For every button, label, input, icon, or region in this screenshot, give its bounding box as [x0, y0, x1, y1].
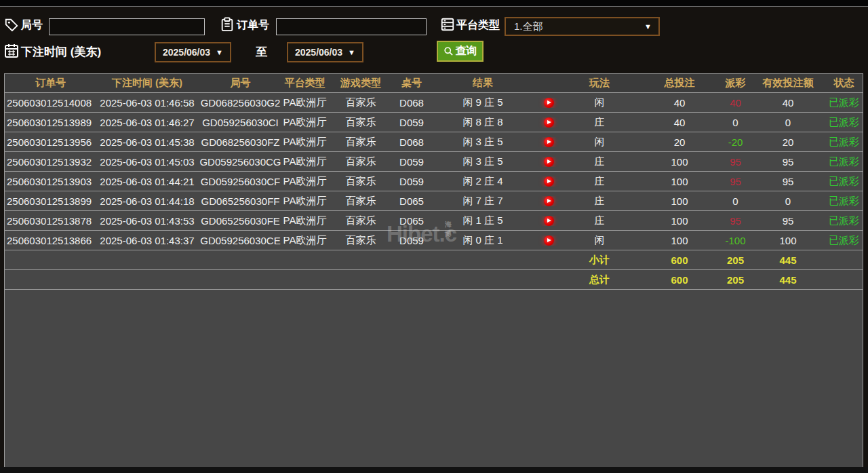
- cell-total-bet: 20: [639, 136, 720, 148]
- cell-order-id: 250603012513866: [5, 235, 96, 246]
- header-game-id: 局号: [198, 77, 283, 90]
- order-no-input[interactable]: [276, 18, 427, 35]
- cell-order-id: 250603012514008: [5, 97, 96, 109]
- bet-time-label: 下注时间 (美东): [21, 44, 101, 60]
- cell-status: 已派彩: [825, 195, 863, 208]
- table-row: 250603012513989 2025-06-03 01:46:27 GD05…: [5, 112, 863, 132]
- search-button-label: 查询: [456, 44, 477, 58]
- cell-order-id: 250603012513899: [5, 195, 96, 207]
- cell-platform: PA欧洲厅: [283, 175, 327, 188]
- clipboard-icon: [220, 17, 235, 32]
- header-status: 状态: [825, 77, 863, 90]
- cell-result: 闲 0 庄 1: [429, 234, 537, 247]
- cell-platform: PA欧洲厅: [283, 195, 327, 208]
- cell-bet-time: 2025-06-03 01:45:03: [96, 156, 198, 168]
- cell-play: 庄: [560, 214, 639, 227]
- cell-game-type: 百家乐: [327, 155, 395, 168]
- cell-game-type: 百家乐: [327, 136, 395, 149]
- play-video-button[interactable]: [544, 117, 554, 128]
- header-play: 玩法: [560, 77, 639, 90]
- grand-total-total-bet: 600: [639, 274, 720, 286]
- play-video-button[interactable]: [544, 157, 554, 167]
- bet-history-table: 订单号 下注时间 (美东) 局号 平台类型 游戏类型 桌号 结果 玩法 总投注 …: [4, 73, 863, 467]
- cell-table-no: D068: [395, 97, 429, 109]
- cell-total-bet: 100: [639, 176, 720, 187]
- cell-table-no: D059: [395, 117, 429, 128]
- cell-total-bet: 100: [639, 235, 720, 246]
- cell-bet-time: 2025-06-03 01:44:18: [96, 195, 198, 207]
- calendar-icon: [3, 43, 20, 59]
- cell-platform: PA欧洲厅: [283, 116, 327, 129]
- cell-total-bet: 40: [639, 117, 720, 128]
- platform-type-select[interactable]: 1.全部 ▼: [505, 17, 660, 36]
- cell-table-no: D065: [395, 195, 429, 207]
- cell-order-id: 250603012513989: [5, 117, 96, 128]
- cell-valid-bet: 100: [751, 235, 825, 246]
- cell-valid-bet: 0: [751, 195, 825, 207]
- header-platform: 平台类型: [283, 77, 327, 90]
- play-video-button[interactable]: [544, 98, 554, 108]
- cell-order-id: 250603012513932: [5, 156, 96, 168]
- subtotal-payout: 205: [720, 254, 751, 266]
- date-to-value: 2025/06/03: [288, 47, 348, 58]
- cell-game-type: 百家乐: [327, 234, 395, 247]
- cell-play: 庄: [560, 116, 639, 129]
- cell-game-type: 百家乐: [327, 214, 395, 227]
- table-row: 250603012513899 2025-06-03 01:44:18 GD06…: [5, 191, 863, 210]
- play-video-button[interactable]: [544, 137, 554, 147]
- bottom-edge: [0, 467, 868, 473]
- cell-bet-time: 2025-06-03 01:44:21: [96, 176, 198, 187]
- table-row: 250603012513956 2025-06-03 01:45:38 GD06…: [5, 132, 863, 151]
- cell-result: 闲 7 庄 7: [429, 195, 537, 208]
- cell-valid-bet: 40: [751, 97, 825, 109]
- cell-bet-time: 2025-06-03 01:46:58: [96, 97, 198, 109]
- cell-result: 闲 2 庄 4: [429, 175, 537, 188]
- cell-status: 已派彩: [825, 136, 863, 149]
- cell-play: 庄: [560, 155, 639, 168]
- filter-panel: 局号 订单号 平台类型 1.全部 ▼ 下注时间 (美东) 2025/06/03 …: [0, 7, 868, 73]
- cell-status: 已派彩: [825, 116, 863, 129]
- cell-payout: -20: [720, 136, 751, 148]
- subtotal-row: 小计 600 205 445: [5, 250, 863, 269]
- search-button[interactable]: 查询: [437, 41, 484, 62]
- cell-play: 庄: [560, 175, 639, 188]
- cell-game-id: GD059256030CG: [198, 156, 283, 168]
- cell-game-type: 百家乐: [327, 175, 395, 188]
- cell-result: 闲 3 庄 5: [429, 155, 537, 168]
- cell-order-id: 250603012513956: [5, 136, 96, 148]
- header-valid-bet: 有效投注额: [751, 77, 825, 90]
- cell-platform: PA欧洲厅: [283, 136, 327, 149]
- cell-game-type: 百家乐: [327, 116, 395, 129]
- play-video-button[interactable]: [544, 176, 554, 187]
- play-video-button[interactable]: [544, 216, 554, 226]
- cell-status: 已派彩: [825, 234, 863, 247]
- cell-game-type: 百家乐: [327, 195, 395, 208]
- cell-total-bet: 100: [639, 156, 720, 168]
- cell-table-no: D059: [395, 235, 429, 246]
- cell-status: 已派彩: [825, 175, 863, 188]
- platform-type-value: 1.全部: [506, 20, 644, 33]
- play-video-button[interactable]: [544, 196, 554, 206]
- table-row: 250603012513932 2025-06-03 01:45:03 GD05…: [5, 151, 863, 171]
- date-to-picker[interactable]: 2025/06/03 ▼: [287, 42, 363, 62]
- cell-platform: PA欧洲厅: [283, 234, 327, 247]
- cell-table-no: D059: [395, 156, 429, 168]
- cell-total-bet: 40: [639, 97, 720, 109]
- cell-total-bet: 100: [639, 215, 720, 227]
- table-row: 250603012513866 2025-06-03 01:43:37 GD05…: [5, 230, 863, 250]
- cell-table-no: D065: [395, 215, 429, 227]
- cell-payout: -100: [720, 235, 751, 246]
- game-no-input[interactable]: [49, 18, 205, 35]
- cell-payout: 95: [720, 215, 751, 227]
- cell-payout: 95: [720, 156, 751, 168]
- cell-game-id: GD059256030CE: [198, 235, 283, 246]
- cell-payout: 40: [720, 97, 751, 109]
- cell-game-id: GD068256030G2: [198, 97, 283, 109]
- table-row: 250603012514008 2025-06-03 01:46:58 GD06…: [5, 92, 863, 112]
- chevron-down-icon: ▼: [216, 48, 230, 56]
- date-from-picker[interactable]: 2025/06/03 ▼: [155, 42, 231, 62]
- cell-bet-time: 2025-06-03 01:43:53: [96, 215, 198, 227]
- play-video-button[interactable]: [544, 235, 554, 246]
- cell-platform: PA欧洲厅: [283, 96, 327, 109]
- cell-play: 闲: [560, 96, 639, 109]
